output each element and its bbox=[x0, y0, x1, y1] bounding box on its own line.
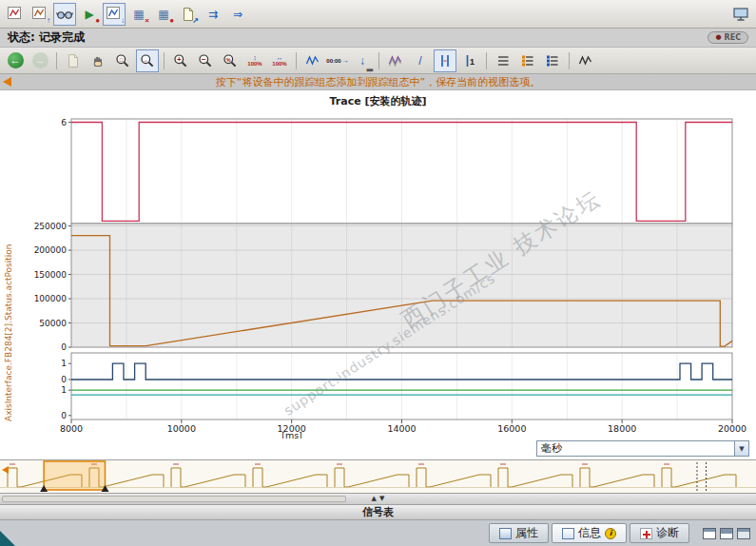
dropdown-arrow-icon[interactable]: ▼ bbox=[734, 441, 748, 456]
time-unit-select[interactable]: 毫秒 ▼ bbox=[536, 440, 749, 457]
hint-bar: 按下“将设备中的跟踪组态添加到跟踪组态中”，保存当前的视图选项。 bbox=[0, 74, 756, 90]
view-forward-icon: → bbox=[32, 52, 48, 68]
y-tick-label: 6 bbox=[61, 118, 67, 127]
overview-wave bbox=[253, 468, 327, 487]
float-inspector-button[interactable] bbox=[737, 528, 750, 539]
x-axis-unit-label: [ms] bbox=[281, 430, 302, 439]
show-signal-list-button[interactable] bbox=[492, 49, 514, 72]
tab-diagnostics[interactable]: 诊断 bbox=[630, 523, 689, 543]
show-trace-configuration-button[interactable] bbox=[4, 3, 27, 26]
import-measurement-button[interactable]: ⇒ bbox=[226, 3, 249, 26]
transfer-trace-to-device-button[interactable]: ↑ bbox=[29, 3, 51, 26]
align-to-trigger-button[interactable]: ↓▂ bbox=[351, 49, 374, 72]
hint-arrow-icon bbox=[3, 77, 11, 87]
expand-inspector-button[interactable] bbox=[720, 528, 733, 539]
svg-text:1: 1 bbox=[470, 57, 475, 67]
splitter-collapse-icon[interactable]: ▲ bbox=[372, 496, 377, 502]
zoom-out-button[interactable]: − bbox=[194, 49, 217, 72]
trace-plot: 6050000100000150000200000250000101080001… bbox=[0, 107, 756, 439]
svg-text:+: + bbox=[177, 54, 182, 63]
rec-label: REC bbox=[725, 33, 742, 42]
status-row: 状态: 记录完成 ● REC bbox=[0, 29, 756, 48]
pan-mode-icon bbox=[89, 52, 107, 68]
diagnostics-icon bbox=[640, 528, 652, 539]
interpolation-mode-button[interactable]: / bbox=[409, 49, 432, 72]
y-axis-signal-label: AxisInterface.FB284[2].Status.actPositio… bbox=[4, 244, 13, 421]
export-measurements-button[interactable]: ⇉ bbox=[202, 3, 224, 26]
stop-recording-button[interactable]: ▦× bbox=[127, 3, 150, 26]
monitor-on-off-icon bbox=[56, 6, 73, 22]
export-measurements-icon: ⇉ bbox=[204, 6, 222, 22]
set-time-offset-button[interactable]: 00:00→ bbox=[326, 49, 349, 72]
overview-selection[interactable] bbox=[44, 461, 105, 490]
chart-toolbar: ←→□↔+−%↕100%↔100%00:00→↓▂/1 bbox=[0, 48, 756, 74]
create-snapshot-button[interactable] bbox=[62, 49, 85, 72]
stop-recording-icon: ▦× bbox=[130, 6, 147, 22]
h-scrollbar-thumb[interactable] bbox=[2, 496, 346, 502]
overview-strip bbox=[0, 459, 756, 494]
edit-curve-style-icon bbox=[577, 52, 594, 68]
zoom-in-icon: + bbox=[172, 52, 189, 68]
y-tick-label: 0 bbox=[61, 375, 67, 384]
save-measurement-button[interactable]: ↗ bbox=[177, 3, 200, 26]
delete-saved-measurement-button[interactable]: ▦● bbox=[152, 3, 175, 26]
rec-dot-icon: ● bbox=[715, 34, 721, 41]
scale-y-100-icon: ↕100% bbox=[246, 52, 263, 68]
horizontal-splitter[interactable]: ▲ ▼ bbox=[0, 494, 756, 505]
zoom-100-icon: % bbox=[222, 52, 239, 68]
zoom-out-icon: − bbox=[197, 52, 214, 68]
zoom-selection-mode-button[interactable]: □ bbox=[111, 49, 134, 72]
tab-info[interactable]: 信息 i bbox=[552, 523, 627, 543]
overview-wave bbox=[662, 468, 736, 487]
view-back-icon: ← bbox=[8, 52, 24, 68]
view-forward-button[interactable]: → bbox=[29, 49, 51, 72]
y-tick-label: 1 bbox=[61, 385, 67, 395]
collapse-inspector-button[interactable] bbox=[703, 528, 716, 539]
superimpose-measurements-icon bbox=[387, 52, 404, 68]
view-back-button[interactable]: ← bbox=[4, 49, 27, 72]
edit-curve-style-button[interactable] bbox=[574, 49, 597, 72]
status-text: 状态: 记录完成 bbox=[8, 29, 85, 46]
add-measurement-button[interactable]: ↓ bbox=[103, 3, 126, 26]
add-measurement-cursor-button[interactable]: 1 bbox=[458, 49, 481, 72]
trace-window: ↑▶●↓▦×▦●↗⇉⇒ 状态: 记录完成 ● REC ←→□↔+−%↕100%↔… bbox=[0, 0, 756, 546]
overview-wave bbox=[171, 468, 245, 487]
y-tick-label: 0 bbox=[61, 342, 67, 352]
panel-act-position: 050000100000150000200000250000 bbox=[34, 222, 732, 352]
signal-table-header[interactable]: 信号表 bbox=[0, 505, 756, 520]
show-legend-button[interactable] bbox=[516, 49, 539, 72]
pan-mode-button[interactable] bbox=[87, 49, 109, 72]
tab-properties-label: 属性 bbox=[515, 525, 538, 541]
x-tick-label: 16000 bbox=[497, 423, 526, 434]
overview-plot bbox=[0, 460, 756, 493]
x-axis-unit-row: 毫秒 ▼ bbox=[0, 439, 756, 459]
activate-recording-button[interactable]: ▶● bbox=[78, 3, 101, 26]
zoom-time-range-mode-icon: ↔ bbox=[139, 52, 156, 68]
monitor-on-off-button[interactable] bbox=[53, 3, 76, 26]
add-measurement-icon: ↓ bbox=[106, 6, 123, 22]
chart-region: Trace [安装的轨迹] 60500001000001500002000002… bbox=[0, 90, 756, 459]
y-tick-label: 150000 bbox=[34, 270, 68, 280]
zoom-100-button[interactable]: % bbox=[219, 49, 242, 72]
scale-y-100-button[interactable]: ↕100% bbox=[243, 49, 266, 72]
splitter-expand-icon[interactable]: ▼ bbox=[379, 496, 384, 502]
show-value-table-icon bbox=[544, 52, 561, 68]
scale-x-100-icon: ↔100% bbox=[271, 52, 288, 68]
zoom-time-range-mode-button[interactable]: ↔ bbox=[136, 49, 159, 72]
inspector-tabs: 属性 信息 i 诊断 bbox=[489, 523, 689, 543]
show-value-table-button[interactable] bbox=[541, 49, 564, 72]
panel-binary-status: 6 bbox=[61, 118, 732, 224]
scale-x-100-button[interactable]: ↔100% bbox=[268, 49, 291, 72]
show-vertical-cursors-icon bbox=[436, 52, 454, 68]
zoom-in-button[interactable]: + bbox=[169, 49, 192, 72]
autoscale-curves-button[interactable] bbox=[301, 49, 324, 72]
show-vertical-cursors-button[interactable] bbox=[434, 49, 456, 72]
create-snapshot-icon bbox=[65, 52, 82, 68]
superimpose-measurements-button[interactable] bbox=[384, 49, 407, 72]
tab-properties[interactable]: 属性 bbox=[489, 523, 549, 543]
show-signal-list-icon bbox=[494, 52, 512, 68]
delete-saved-measurement-icon: ▦● bbox=[155, 6, 172, 22]
toolbar-separator bbox=[569, 52, 570, 69]
toolbar-separator bbox=[486, 52, 487, 69]
detach-trace-view-button[interactable] bbox=[729, 3, 752, 26]
